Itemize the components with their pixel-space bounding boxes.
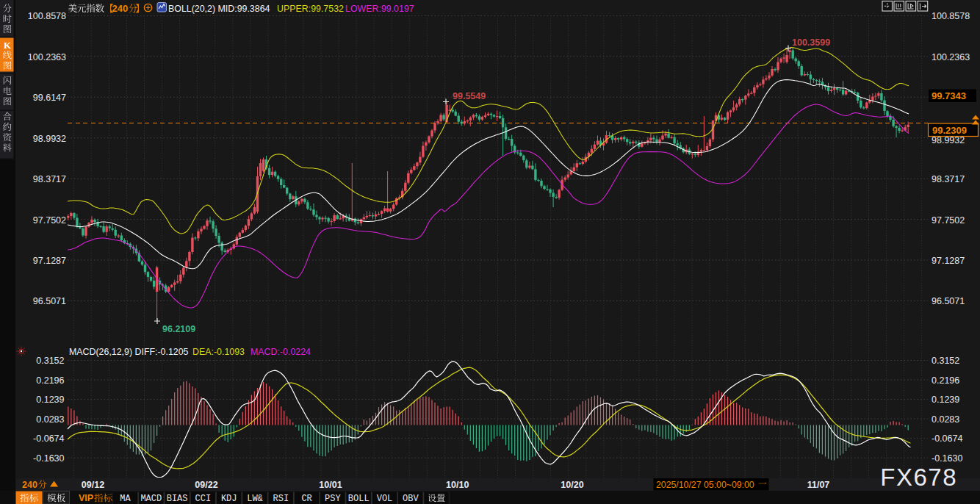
svg-text:0.3152: 0.3152 <box>36 356 64 366</box>
svg-text:CR: CR <box>301 494 311 504</box>
svg-text:MACD(26,12,9) DIFF:-0.1205: MACD(26,12,9) DIFF:-0.1205 <box>69 347 189 357</box>
svg-text:DEA:-0.1093: DEA:-0.1093 <box>192 347 245 357</box>
svg-text:MACD: MACD <box>140 494 162 504</box>
svg-text:MA: MA <box>120 494 131 504</box>
svg-text:100.2363: 100.2363 <box>28 52 66 62</box>
svg-text:09/22: 09/22 <box>195 480 217 490</box>
svg-text:97.7502: 97.7502 <box>932 215 965 226</box>
svg-text:98.3717: 98.3717 <box>33 174 66 184</box>
svg-text:0.2196: 0.2196 <box>36 375 64 386</box>
svg-text:FX678: FX678 <box>880 464 957 491</box>
svg-text:MACD:-0.0224: MACD:-0.0224 <box>251 347 311 357</box>
svg-text:0.3152: 0.3152 <box>932 356 959 366</box>
svg-text:10/20: 10/20 <box>561 480 583 490</box>
svg-text:96.5071: 96.5071 <box>33 296 66 306</box>
svg-text:PSY: PSY <box>325 494 341 504</box>
svg-text:K: K <box>4 40 12 51</box>
svg-text:100.2363: 100.2363 <box>932 52 970 62</box>
svg-text:240: 240 <box>22 480 37 490</box>
svg-text:11/07: 11/07 <box>807 480 830 490</box>
svg-text:-0.0674: -0.0674 <box>932 433 962 444</box>
svg-text:97.1287: 97.1287 <box>932 256 965 266</box>
svg-text:-0.0674: -0.0674 <box>33 433 64 444</box>
svg-text:OBV: OBV <box>403 494 419 504</box>
svg-text:10/01: 10/01 <box>319 480 342 490</box>
svg-text:-0.1630: -0.1630 <box>33 453 64 464</box>
svg-text:98.9932: 98.9932 <box>33 134 66 144</box>
svg-text:0.2196: 0.2196 <box>932 375 959 386</box>
svg-text:LOWER:99.0197: LOWER:99.0197 <box>345 4 414 14</box>
svg-text:0.0283: 0.0283 <box>932 414 959 425</box>
svg-text:VIP: VIP <box>79 493 93 503</box>
svg-text:100.8578: 100.8578 <box>28 11 66 21</box>
svg-text:99.6147: 99.6147 <box>33 93 66 103</box>
svg-text:0.1239: 0.1239 <box>932 395 959 405</box>
svg-text:99.2309: 99.2309 <box>932 125 967 136</box>
svg-text:99.7343: 99.7343 <box>932 90 966 101</box>
svg-text:2025/10/27 05:00~09:00: 2025/10/27 05:00~09:00 <box>656 480 754 490</box>
svg-text:KDJ: KDJ <box>221 494 237 504</box>
svg-text:RSI: RSI <box>273 494 289 504</box>
svg-text:BOLL(20,2) MID:99.3864: BOLL(20,2) MID:99.3864 <box>168 4 270 14</box>
svg-text:09/12: 09/12 <box>82 480 104 490</box>
svg-text:UPPER:99.7532: UPPER:99.7532 <box>277 4 344 14</box>
svg-text:VOL: VOL <box>377 494 393 504</box>
svg-text:240: 240 <box>112 3 129 14</box>
svg-text:99.5549: 99.5549 <box>453 91 486 101</box>
svg-text:97.1287: 97.1287 <box>33 256 66 266</box>
svg-text:0.0283: 0.0283 <box>36 414 64 425</box>
svg-text:0.1239: 0.1239 <box>36 395 64 405</box>
svg-text:96.5071: 96.5071 <box>932 296 965 306</box>
svg-text:100.8578: 100.8578 <box>932 11 970 21</box>
svg-text:100.3599: 100.3599 <box>792 37 830 48</box>
svg-text:10/10: 10/10 <box>446 480 469 490</box>
svg-text:96.2109: 96.2109 <box>162 324 195 334</box>
svg-text:BOLL: BOLL <box>348 494 370 504</box>
svg-text:LW&: LW& <box>247 494 263 504</box>
svg-text:CCI: CCI <box>195 494 212 504</box>
svg-text:BIAS: BIAS <box>167 494 188 504</box>
svg-text:98.3717: 98.3717 <box>932 174 965 184</box>
svg-text:97.7502: 97.7502 <box>33 215 66 226</box>
svg-text:-0.1630: -0.1630 <box>932 453 962 464</box>
